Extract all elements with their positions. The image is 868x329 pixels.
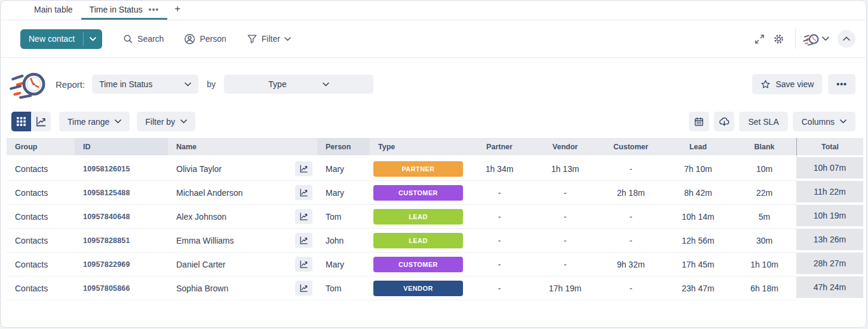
- name-cell: Emma Williams: [168, 229, 317, 253]
- column-header-customer[interactable]: Customer: [598, 138, 664, 157]
- collapse-view-button[interactable]: [838, 30, 855, 48]
- row-chart-button[interactable]: [295, 209, 312, 224]
- type-badge[interactable]: PARTNER: [373, 161, 463, 177]
- search-button[interactable]: Search: [122, 33, 164, 44]
- column-header-vendor[interactable]: Vendor: [532, 138, 598, 157]
- report-type-select[interactable]: Time in Status: [92, 75, 198, 94]
- contact-name[interactable]: Olivia Taylor: [176, 164, 222, 174]
- row-chart-button[interactable]: [295, 185, 312, 200]
- contact-name[interactable]: Emma Williams: [176, 236, 234, 245]
- group-cell: Contacts: [7, 276, 75, 300]
- column-header-group[interactable]: Group: [7, 138, 75, 157]
- row-chart-button[interactable]: [295, 281, 312, 296]
- report-type-value: Time in Status: [99, 79, 152, 89]
- type-badge[interactable]: VENDOR: [373, 281, 463, 296]
- row-chart-button[interactable]: [295, 161, 312, 176]
- settings-button[interactable]: [769, 29, 788, 48]
- total-time-cell: 11h 22m: [796, 181, 863, 205]
- grid-view-button[interactable]: [11, 112, 31, 131]
- column-header-person[interactable]: Person: [317, 138, 370, 157]
- vendor-time-cell: 17h 19m: [532, 276, 598, 300]
- filter-label: Filter: [262, 34, 280, 44]
- search-label: Search: [137, 34, 164, 44]
- save-view-button[interactable]: Save view: [752, 74, 822, 94]
- add-view-button[interactable]: +: [167, 1, 188, 20]
- type-badge[interactable]: LEAD: [373, 209, 463, 225]
- person-cell[interactable]: Tom: [317, 276, 370, 300]
- chevron-down-icon: [180, 119, 187, 124]
- row-chart-button[interactable]: [295, 233, 312, 248]
- customer-time-cell: 2h 18m: [598, 181, 664, 205]
- new-contact-dropdown-button[interactable]: [84, 29, 102, 49]
- person-cell[interactable]: Tom: [317, 205, 370, 229]
- person-cell[interactable]: Mary: [317, 181, 370, 205]
- app-menu-button[interactable]: [803, 32, 829, 47]
- new-contact-split-button[interactable]: New contact: [20, 29, 102, 49]
- person-cell[interactable]: Mary: [317, 157, 370, 181]
- contact-name[interactable]: Daniel Carter: [176, 260, 225, 269]
- view-more-button[interactable]: •••: [828, 74, 855, 94]
- person-cell[interactable]: Mary: [317, 253, 370, 276]
- total-time-cell: 13h 26m: [796, 229, 863, 253]
- column-header-partner[interactable]: Partner: [467, 138, 532, 157]
- contact-name[interactable]: Alex Johnson: [176, 212, 226, 222]
- id-cell: 10957805866: [75, 276, 168, 300]
- line-chart-icon: [299, 188, 308, 197]
- tab-time-in-status[interactable]: Time in Status •••: [81, 1, 168, 20]
- group-by-select[interactable]: Type: [224, 75, 373, 94]
- partner-time-cell: -: [467, 276, 532, 300]
- column-header-id[interactable]: ID: [75, 138, 168, 157]
- filter-button[interactable]: Filter: [247, 33, 291, 44]
- set-sla-button[interactable]: Set SLA: [739, 112, 787, 131]
- column-header-type[interactable]: Type: [370, 138, 467, 157]
- time-in-status-logo-icon: [803, 32, 820, 47]
- row-chart-button[interactable]: [295, 257, 312, 272]
- filter-by-select[interactable]: Filter by: [137, 112, 195, 131]
- column-header-blank[interactable]: Blank: [732, 138, 796, 157]
- name-cell: Olivia Taylor: [168, 157, 317, 181]
- type-badge[interactable]: LEAD: [373, 233, 463, 248]
- column-header-total[interactable]: Total: [796, 138, 863, 157]
- chevron-down-icon: [90, 37, 96, 41]
- line-chart-icon: [299, 164, 308, 173]
- table-row: Contacts 10957822969 Daniel Carter Mary …: [7, 253, 863, 276]
- type-badge[interactable]: CUSTOMER: [373, 257, 463, 272]
- board-toolbar: New contact Search Person Filter: [1, 20, 866, 58]
- group-cell: Contacts: [7, 157, 75, 181]
- time-in-status-logo: [9, 67, 47, 101]
- line-chart-icon: [299, 260, 308, 269]
- group-cell: Contacts: [7, 181, 75, 205]
- chevron-down-icon: [185, 82, 191, 87]
- tab-main-table[interactable]: Main table: [26, 1, 81, 20]
- chart-view-button[interactable]: [31, 112, 51, 131]
- fullscreen-button[interactable]: [750, 29, 769, 48]
- person-cell[interactable]: John: [317, 229, 370, 253]
- grid-icon: [16, 116, 26, 127]
- contact-name[interactable]: Michael Anderson: [176, 188, 243, 198]
- id-cell: 10957822969: [75, 253, 168, 276]
- blank-time-cell: 30m: [732, 229, 796, 253]
- total-time-cell: 10h 19m: [796, 205, 863, 229]
- id-cell: 10958126015: [75, 157, 168, 181]
- calendar-button[interactable]: [689, 112, 709, 131]
- columns-select[interactable]: Columns: [793, 112, 855, 131]
- person-filter-button[interactable]: Person: [184, 33, 226, 45]
- time-range-select[interactable]: Time range: [59, 112, 130, 131]
- chevron-up-icon: [843, 36, 850, 41]
- table-row: Contacts 10958126015 Olivia Taylor Mary …: [7, 157, 863, 181]
- export-button[interactable]: [714, 112, 734, 131]
- group-cell: Contacts: [7, 253, 75, 276]
- customer-time-cell: -: [598, 229, 664, 253]
- contact-name[interactable]: Sophia Brown: [176, 284, 228, 293]
- column-header-name[interactable]: Name: [168, 138, 317, 157]
- column-header-lead[interactable]: Lead: [664, 138, 732, 157]
- blank-time-cell: 5m: [732, 205, 796, 229]
- filter-by-label: Filter by: [145, 117, 175, 127]
- tab-menu-icon[interactable]: •••: [149, 7, 160, 12]
- group-by-value: Type: [268, 79, 286, 89]
- type-badge[interactable]: CUSTOMER: [373, 185, 463, 201]
- lead-time-cell: 8h 42m: [664, 181, 732, 205]
- new-contact-button[interactable]: New contact: [20, 29, 83, 49]
- type-cell: LEAD: [370, 205, 467, 229]
- set-sla-label: Set SLA: [748, 117, 778, 127]
